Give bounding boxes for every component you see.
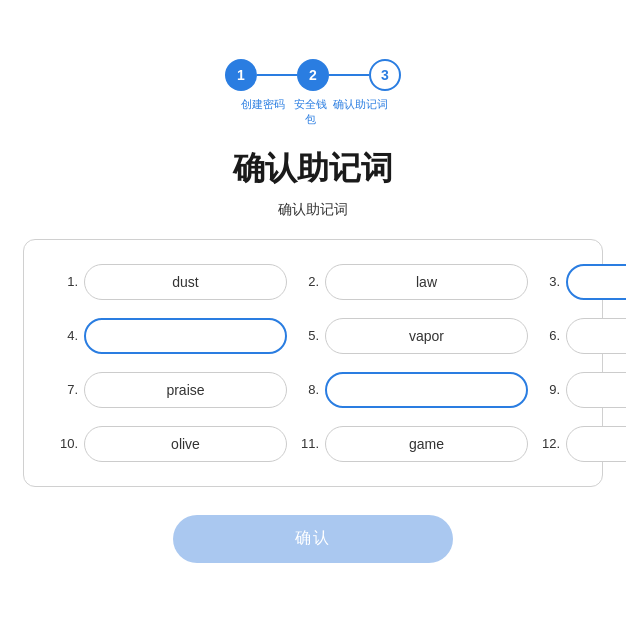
word-item: 7. xyxy=(56,372,287,408)
word-item: 8. xyxy=(297,372,528,408)
word-input[interactable] xyxy=(84,426,287,462)
step-label-2: 安全钱包 xyxy=(289,97,331,127)
word-input[interactable] xyxy=(84,372,287,408)
word-item: 1. xyxy=(56,264,287,300)
word-input[interactable] xyxy=(325,372,528,408)
word-input[interactable] xyxy=(566,318,626,354)
word-item: 6. xyxy=(538,318,626,354)
word-input[interactable] xyxy=(84,264,287,300)
word-number: 1. xyxy=(56,274,78,289)
word-item: 12. xyxy=(538,426,626,462)
word-item: 10. xyxy=(56,426,287,462)
word-item: 9. xyxy=(538,372,626,408)
word-input[interactable] xyxy=(325,318,528,354)
word-input[interactable] xyxy=(325,264,528,300)
word-input[interactable] xyxy=(84,318,287,354)
stepper-labels: 创建密码 安全钱包 确认助记词 xyxy=(237,97,389,127)
word-number: 4. xyxy=(56,328,78,343)
word-input[interactable] xyxy=(566,264,626,300)
stepper-circles: 1 2 3 xyxy=(225,59,401,91)
page-subtitle: 确认助记词 xyxy=(278,201,348,219)
step-2: 2 xyxy=(297,59,329,91)
stepper: 1 2 3 创建密码 安全钱包 确认助记词 xyxy=(225,59,401,127)
word-grid: 1.2.3.4.5.6.7.8.9.10.11.12. xyxy=(56,264,570,462)
word-number: 2. xyxy=(297,274,319,289)
word-number: 7. xyxy=(56,382,78,397)
word-number: 10. xyxy=(56,436,78,451)
word-item: 3. xyxy=(538,264,626,300)
step-label-3: 确认助记词 xyxy=(331,97,389,127)
word-number: 9. xyxy=(538,382,560,397)
word-number: 6. xyxy=(538,328,560,343)
page-title: 确认助记词 xyxy=(233,147,393,191)
step-3: 3 xyxy=(369,59,401,91)
word-input[interactable] xyxy=(566,426,626,462)
step-label-1: 创建密码 xyxy=(237,97,289,127)
word-number: 5. xyxy=(297,328,319,343)
word-card: 1.2.3.4.5.6.7.8.9.10.11.12. xyxy=(23,239,603,487)
word-item: 2. xyxy=(297,264,528,300)
word-item: 5. xyxy=(297,318,528,354)
word-number: 8. xyxy=(297,382,319,397)
word-input[interactable] xyxy=(325,426,528,462)
step-line-1 xyxy=(257,74,297,76)
step-1: 1 xyxy=(225,59,257,91)
step-line-2 xyxy=(329,74,369,76)
word-number: 3. xyxy=(538,274,560,289)
word-number: 12. xyxy=(538,436,560,451)
word-item: 11. xyxy=(297,426,528,462)
word-item: 4. xyxy=(56,318,287,354)
word-number: 11. xyxy=(297,436,319,451)
main-container: 1 2 3 创建密码 安全钱包 确认助记词 确认助记词 确认助记词 1.2.3.… xyxy=(23,39,603,583)
word-input[interactable] xyxy=(566,372,626,408)
confirm-button[interactable]: 确认 xyxy=(173,515,453,563)
